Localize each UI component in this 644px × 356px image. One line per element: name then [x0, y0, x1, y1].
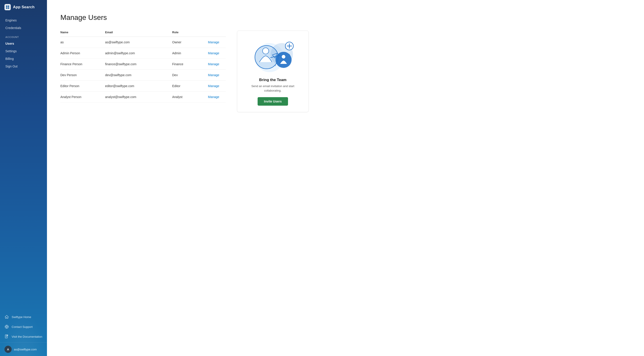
user-name-2: Finance Person [60, 62, 105, 66]
svg-point-16 [262, 48, 269, 54]
table-row: as as@swiftype.com Owner Manage [60, 37, 226, 48]
user-role-4: Editor [172, 84, 208, 88]
invite-illustration: + + + [250, 37, 295, 73]
svg-rect-0 [6, 5, 8, 7]
documentation-label: Visit the Documentation [12, 335, 42, 338]
sidebar-swiftype-home[interactable]: Swiftype Home [0, 312, 47, 322]
user-email-1: admin@swiftype.com [105, 51, 172, 55]
sidebar-item-settings[interactable]: Settings [0, 47, 47, 55]
manage-link-4[interactable]: Manage [208, 84, 226, 88]
user-name-0: as [60, 40, 105, 44]
manage-link-2[interactable]: Manage [208, 62, 226, 66]
sidebar-item-billing[interactable]: Billing [0, 55, 47, 62]
col-header-name: Name [60, 31, 105, 34]
contact-support-label: Contact Support [12, 325, 33, 329]
svg-text:+: + [274, 64, 276, 67]
col-header-email: Email [105, 31, 172, 34]
svg-point-20 [282, 55, 286, 59]
table-row: Dev Person dev@swiftype.com Dev Manage [60, 70, 226, 81]
user-avatar-initial: A [7, 348, 9, 351]
table-row: Editor Person editor@swiftype.com Editor… [60, 81, 226, 92]
app-logo [4, 4, 11, 10]
table-row: Admin Person admin@swiftype.com Admin Ma… [60, 48, 226, 59]
support-icon [4, 325, 9, 329]
users-table: Name Email Role as as@swiftype.com Owner… [60, 31, 226, 103]
invite-users-button[interactable]: Invite Users [258, 97, 288, 106]
user-name-1: Admin Person [60, 51, 105, 55]
sidebar-header: App Search [0, 0, 47, 14]
user-email-0: as@swiftype.com [105, 40, 172, 44]
manage-link-5[interactable]: Manage [208, 95, 226, 99]
svg-text:+: + [288, 53, 290, 56]
svg-rect-3 [8, 7, 9, 9]
svg-rect-1 [8, 5, 9, 7]
app-title: App Search [13, 5, 34, 9]
user-email-2: finance@swiftype.com [105, 62, 172, 66]
invite-card-subtitle: Send an email invitation and start colla… [242, 84, 303, 93]
user-email-4: editor@swiftype.com [105, 84, 172, 88]
user-email-3: dev@swiftype.com [105, 73, 172, 77]
user-email-5: analyst@swiftype.com [105, 95, 172, 99]
sidebar-nav: Engines Credentials ACCOUNT Users Settin… [0, 14, 47, 310]
user-role-1: Admin [172, 51, 208, 55]
user-email: as@swiftype.com [14, 348, 37, 351]
swiftype-home-label: Swiftype Home [12, 315, 31, 319]
user-role-2: Finance [172, 62, 208, 66]
content-area: Name Email Role as as@swiftype.com Owner… [60, 31, 630, 112]
col-header-role: Role [172, 31, 208, 34]
user-role-3: Dev [172, 73, 208, 77]
docs-icon [4, 334, 9, 339]
table-header: Name Email Role [60, 31, 226, 37]
svg-rect-2 [6, 7, 8, 9]
sidebar-documentation[interactable]: Visit the Documentation [0, 332, 47, 342]
manage-link-1[interactable]: Manage [208, 51, 226, 55]
sidebar: App Search Engines Credentials ACCOUNT U… [0, 0, 47, 356]
user-name-5: Analyst Person [60, 95, 105, 99]
sidebar-item-engines[interactable]: Engines [0, 16, 47, 24]
svg-point-5 [6, 326, 8, 328]
sidebar-contact-support[interactable]: Contact Support [0, 322, 47, 332]
sidebar-item-users[interactable]: Users [0, 40, 47, 47]
user-name-4: Editor Person [60, 84, 105, 88]
sidebar-item-signout[interactable]: Sign Out [0, 62, 47, 70]
table-row: Analyst Person analyst@swiftype.com Anal… [60, 92, 226, 103]
user-role-0: Owner [172, 40, 208, 44]
sidebar-bottom: Swiftype Home Contact Support Visit the … [0, 310, 47, 356]
page-title: Manage Users [60, 13, 630, 22]
account-section-label: ACCOUNT [0, 32, 47, 40]
home-icon [4, 315, 9, 319]
manage-link-3[interactable]: Manage [208, 73, 226, 77]
sidebar-item-credentials[interactable]: Credentials [0, 24, 47, 32]
user-avatar: A [4, 346, 12, 353]
main-content: Manage Users Name Email Role as as@swift… [47, 0, 644, 356]
invite-card-title: Bring the Team [242, 78, 303, 82]
sidebar-user: A as@swiftype.com [0, 342, 47, 356]
user-role-5: Analyst [172, 95, 208, 99]
col-header-action [208, 31, 226, 34]
invite-card: + + + Bring the Team Send an email invit… [237, 31, 308, 112]
manage-link-0[interactable]: Manage [208, 40, 226, 44]
user-name-3: Dev Person [60, 73, 105, 77]
table-row: Finance Person finance@swiftype.com Fina… [60, 59, 226, 70]
